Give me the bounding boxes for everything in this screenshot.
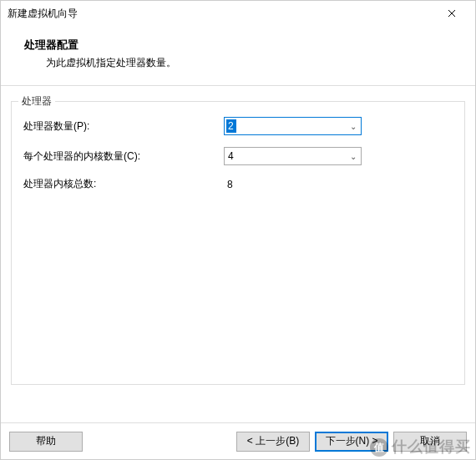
window-title: 新建虚拟机向导 (8, 7, 435, 21)
close-icon (448, 9, 456, 18)
chevron-down-icon: ⌄ (346, 152, 361, 161)
processor-count-dropdown[interactable]: 2 ⌄ (224, 117, 362, 135)
processor-count-value: 2 (226, 119, 236, 133)
cores-per-processor-dropdown[interactable]: 4 ⌄ (224, 147, 362, 165)
cancel-button[interactable]: 取消 (393, 432, 467, 452)
row-total-cores: 处理器内核总数: 8 (23, 177, 453, 191)
page-title: 处理器配置 (11, 38, 465, 53)
row-cores-per-processor: 每个处理器的内核数量(C): 4 ⌄ (23, 147, 453, 165)
wizard-header: 处理器配置 为此虚拟机指定处理器数量。 (1, 26, 475, 86)
wizard-dialog: 新建虚拟机向导 处理器配置 为此虚拟机指定处理器数量。 处理器 处理器数量(P)… (0, 0, 476, 460)
content-area: 处理器 处理器数量(P): 2 ⌄ 每个处理器的内核数量(C): 4 ⌄ 处理器… (1, 86, 475, 422)
page-subtitle: 为此虚拟机指定处理器数量。 (11, 56, 465, 70)
next-button[interactable]: 下一步(N) > (315, 432, 388, 452)
total-cores-value: 8 (224, 179, 233, 190)
cores-per-processor-label: 每个处理器的内核数量(C): (23, 149, 224, 164)
back-button[interactable]: < 上一步(B) (236, 432, 310, 452)
row-processor-count: 处理器数量(P): 2 ⌄ (23, 117, 453, 135)
help-button[interactable]: 帮助 (9, 432, 83, 452)
cores-per-processor-value: 4 (225, 150, 346, 162)
wizard-footer: 帮助 < 上一步(B) 下一步(N) > 取消 (1, 422, 475, 459)
total-cores-label: 处理器内核总数: (23, 177, 224, 191)
fieldset-legend: 处理器 (18, 94, 55, 109)
processor-fieldset: 处理器 处理器数量(P): 2 ⌄ 每个处理器的内核数量(C): 4 ⌄ 处理器… (11, 101, 465, 385)
close-button[interactable] (435, 2, 468, 25)
titlebar: 新建虚拟机向导 (1, 1, 475, 26)
processor-count-label: 处理器数量(P): (23, 119, 224, 134)
chevron-down-icon: ⌄ (346, 122, 361, 131)
